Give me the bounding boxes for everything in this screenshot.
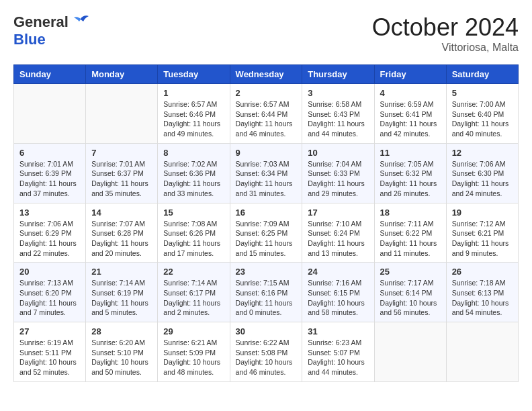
calendar-cell: 24Sunrise: 7:16 AM Sunset: 6:15 PM Dayli…: [302, 263, 374, 322]
day-number: 18: [380, 208, 441, 218]
page-header: General Blue October 2024 Vittoriosa, Ma…: [13, 13, 519, 54]
day-number: 1: [163, 88, 224, 98]
day-info: Sunrise: 7:07 AM Sunset: 6:28 PM Dayligh…: [91, 219, 152, 259]
day-info: Sunrise: 7:09 AM Sunset: 6:25 PM Dayligh…: [236, 219, 297, 259]
calendar-cell: 5Sunrise: 7:00 AM Sunset: 6:40 PM Daylig…: [446, 84, 518, 144]
day-number: 11: [380, 148, 441, 158]
logo-blue: Blue: [13, 31, 46, 48]
day-header-monday: Monday: [86, 65, 158, 84]
day-header-wednesday: Wednesday: [230, 65, 302, 84]
day-info: Sunrise: 6:22 AM Sunset: 5:08 PM Dayligh…: [236, 338, 297, 377]
calendar-cell: 21Sunrise: 7:14 AM Sunset: 6:19 PM Dayli…: [86, 263, 158, 322]
day-number: 8: [163, 148, 224, 158]
calendar-cell: 27Sunrise: 6:19 AM Sunset: 5:11 PM Dayli…: [14, 322, 86, 382]
day-info: Sunrise: 7:00 AM Sunset: 6:40 PM Dayligh…: [452, 99, 513, 139]
day-info: Sunrise: 6:57 AM Sunset: 6:46 PM Dayligh…: [163, 99, 224, 139]
title-block: October 2024 Vittoriosa, Malta: [372, 13, 519, 54]
calendar-header-row: SundayMondayTuesdayWednesdayThursdayFrid…: [14, 65, 519, 84]
day-info: Sunrise: 7:02 AM Sunset: 6:36 PM Dayligh…: [163, 159, 224, 199]
day-number: 29: [163, 326, 224, 336]
day-number: 23: [236, 267, 297, 277]
day-info: Sunrise: 7:06 AM Sunset: 6:29 PM Dayligh…: [19, 219, 80, 259]
day-header-tuesday: Tuesday: [158, 65, 230, 84]
calendar-cell: 2Sunrise: 6:57 AM Sunset: 6:44 PM Daylig…: [230, 84, 302, 144]
day-info: Sunrise: 6:20 AM Sunset: 5:10 PM Dayligh…: [91, 338, 152, 377]
calendar-week-row: 27Sunrise: 6:19 AM Sunset: 5:11 PM Dayli…: [14, 322, 519, 382]
calendar-cell: 22Sunrise: 7:14 AM Sunset: 6:17 PM Dayli…: [158, 263, 230, 322]
day-info: Sunrise: 6:23 AM Sunset: 5:07 PM Dayligh…: [308, 338, 368, 377]
calendar-week-row: 20Sunrise: 7:13 AM Sunset: 6:20 PM Dayli…: [14, 263, 519, 322]
day-info: Sunrise: 7:10 AM Sunset: 6:24 PM Dayligh…: [308, 219, 368, 259]
day-number: 28: [91, 326, 152, 336]
day-number: 2: [236, 88, 297, 98]
calendar-cell: 8Sunrise: 7:02 AM Sunset: 6:36 PM Daylig…: [158, 143, 230, 203]
day-number: 12: [452, 148, 513, 158]
day-info: Sunrise: 7:16 AM Sunset: 6:15 PM Dayligh…: [308, 278, 368, 318]
calendar-cell: 12Sunrise: 7:06 AM Sunset: 6:30 PM Dayli…: [446, 143, 518, 203]
day-info: Sunrise: 7:03 AM Sunset: 6:34 PM Dayligh…: [236, 159, 297, 199]
calendar-cell: 18Sunrise: 7:11 AM Sunset: 6:22 PM Dayli…: [374, 203, 446, 263]
day-number: 6: [19, 148, 80, 158]
day-header-saturday: Saturday: [446, 65, 518, 84]
day-header-friday: Friday: [374, 65, 446, 84]
day-number: 9: [236, 148, 297, 158]
calendar-week-row: 6Sunrise: 7:01 AM Sunset: 6:39 PM Daylig…: [14, 143, 519, 203]
day-info: Sunrise: 7:14 AM Sunset: 6:17 PM Dayligh…: [163, 278, 224, 318]
logo: General Blue: [13, 13, 90, 48]
calendar-cell: 16Sunrise: 7:09 AM Sunset: 6:25 PM Dayli…: [230, 203, 302, 263]
calendar-table: SundayMondayTuesdayWednesdayThursdayFrid…: [13, 64, 519, 382]
day-info: Sunrise: 7:08 AM Sunset: 6:26 PM Dayligh…: [163, 219, 224, 259]
day-number: 3: [308, 88, 368, 98]
calendar-cell: 13Sunrise: 7:06 AM Sunset: 6:29 PM Dayli…: [14, 203, 86, 263]
day-number: 30: [236, 326, 297, 336]
day-number: 31: [308, 326, 368, 336]
calendar-week-row: 1Sunrise: 6:57 AM Sunset: 6:46 PM Daylig…: [14, 84, 519, 144]
calendar-week-row: 13Sunrise: 7:06 AM Sunset: 6:29 PM Dayli…: [14, 203, 519, 263]
calendar-cell: 19Sunrise: 7:12 AM Sunset: 6:21 PM Dayli…: [446, 203, 518, 263]
day-info: Sunrise: 7:11 AM Sunset: 6:22 PM Dayligh…: [380, 219, 441, 259]
day-info: Sunrise: 7:17 AM Sunset: 6:14 PM Dayligh…: [380, 278, 441, 318]
calendar-cell: 1Sunrise: 6:57 AM Sunset: 6:46 PM Daylig…: [158, 84, 230, 144]
day-number: 25: [380, 267, 441, 277]
calendar-cell: 30Sunrise: 6:22 AM Sunset: 5:08 PM Dayli…: [230, 322, 302, 382]
day-number: 22: [163, 267, 224, 277]
day-info: Sunrise: 6:21 AM Sunset: 5:09 PM Dayligh…: [163, 338, 224, 377]
calendar-cell: 9Sunrise: 7:03 AM Sunset: 6:34 PM Daylig…: [230, 143, 302, 203]
day-number: 4: [380, 88, 441, 98]
day-info: Sunrise: 6:59 AM Sunset: 6:41 PM Dayligh…: [380, 99, 441, 139]
day-number: 26: [452, 267, 513, 277]
day-info: Sunrise: 7:04 AM Sunset: 6:33 PM Dayligh…: [308, 159, 368, 199]
day-info: Sunrise: 7:18 AM Sunset: 6:13 PM Dayligh…: [452, 278, 513, 318]
logo-general: General: [13, 13, 69, 31]
calendar-cell: 23Sunrise: 7:15 AM Sunset: 6:16 PM Dayli…: [230, 263, 302, 322]
day-info: Sunrise: 7:15 AM Sunset: 6:16 PM Dayligh…: [236, 278, 297, 318]
calendar-cell: 25Sunrise: 7:17 AM Sunset: 6:14 PM Dayli…: [374, 263, 446, 322]
day-header-thursday: Thursday: [302, 65, 374, 84]
day-info: Sunrise: 7:01 AM Sunset: 6:37 PM Dayligh…: [91, 159, 152, 199]
calendar-cell: 17Sunrise: 7:10 AM Sunset: 6:24 PM Dayli…: [302, 203, 374, 263]
day-number: 24: [308, 267, 368, 277]
day-number: 5: [452, 88, 513, 98]
calendar-cell: 15Sunrise: 7:08 AM Sunset: 6:26 PM Dayli…: [158, 203, 230, 263]
day-number: 10: [308, 148, 368, 158]
day-header-sunday: Sunday: [14, 65, 86, 84]
day-info: Sunrise: 7:05 AM Sunset: 6:32 PM Dayligh…: [380, 159, 441, 199]
calendar-cell: 4Sunrise: 6:59 AM Sunset: 6:41 PM Daylig…: [374, 84, 446, 144]
calendar-cell: 6Sunrise: 7:01 AM Sunset: 6:39 PM Daylig…: [14, 143, 86, 203]
day-number: 14: [91, 208, 152, 218]
calendar-cell: 14Sunrise: 7:07 AM Sunset: 6:28 PM Dayli…: [86, 203, 158, 263]
day-number: 20: [19, 267, 80, 277]
day-info: Sunrise: 7:01 AM Sunset: 6:39 PM Dayligh…: [19, 159, 80, 199]
calendar-cell: [14, 84, 86, 144]
calendar-cell: 7Sunrise: 7:01 AM Sunset: 6:37 PM Daylig…: [86, 143, 158, 203]
day-number: 21: [91, 267, 152, 277]
calendar-cell: [374, 322, 446, 382]
day-number: 15: [163, 208, 224, 218]
calendar-cell: 28Sunrise: 6:20 AM Sunset: 5:10 PM Dayli…: [86, 322, 158, 382]
calendar-cell: [446, 322, 518, 382]
day-info: Sunrise: 6:58 AM Sunset: 6:43 PM Dayligh…: [308, 99, 368, 139]
calendar-cell: 11Sunrise: 7:05 AM Sunset: 6:32 PM Dayli…: [374, 143, 446, 203]
day-info: Sunrise: 6:19 AM Sunset: 5:11 PM Dayligh…: [19, 338, 80, 377]
day-info: Sunrise: 7:12 AM Sunset: 6:21 PM Dayligh…: [452, 219, 513, 259]
calendar-cell: [86, 84, 158, 144]
